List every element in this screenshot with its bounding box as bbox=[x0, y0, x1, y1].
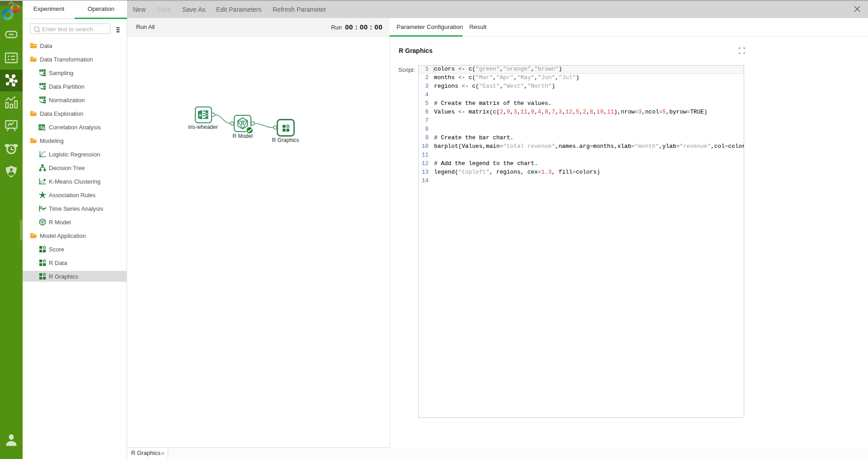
svg-text:iris-wheader: iris-wheader bbox=[188, 124, 217, 130]
svg-text:X: X bbox=[198, 113, 202, 118]
svg-text:R Graphics: R Graphics bbox=[272, 137, 299, 143]
svg-text:R Model: R Model bbox=[232, 133, 253, 139]
svg-text:R: R bbox=[241, 121, 245, 126]
